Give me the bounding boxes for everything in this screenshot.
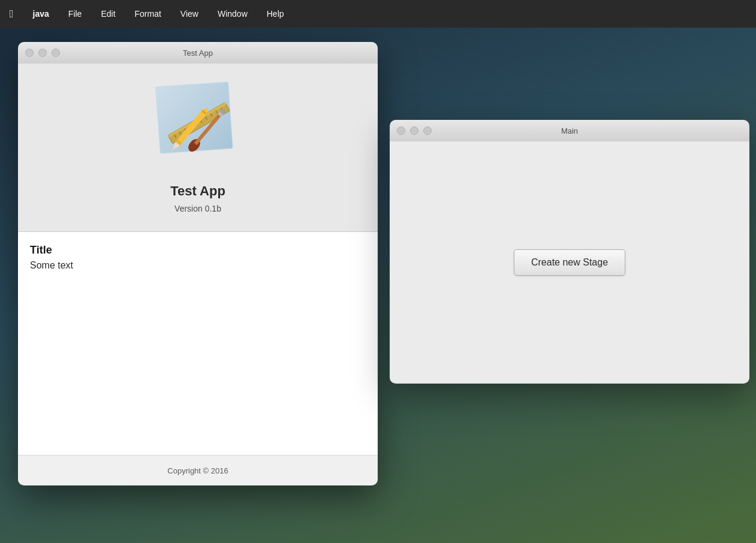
menu-file[interactable]: File — [65, 7, 86, 21]
menu-help[interactable]: Help — [263, 7, 288, 21]
create-stage-button[interactable]: Create new Stage — [514, 249, 625, 276]
main-close-button[interactable] — [397, 126, 405, 135]
menu-view[interactable]: View — [177, 7, 202, 21]
minimize-button[interactable] — [38, 49, 47, 57]
apple-logo-icon:  — [10, 8, 14, 20]
menubar:  java File Edit Format View Window Help — [0, 0, 756, 28]
main-window: Main Create new Stage — [390, 120, 749, 384]
testapp-content-section: Title Some text — [18, 232, 378, 455]
main-window-content: Create new Stage — [390, 141, 749, 384]
testapp-window-title: Test App — [183, 49, 213, 58]
menu-edit[interactable]: Edit — [97, 7, 119, 21]
menu-format[interactable]: Format — [131, 7, 165, 21]
copyright-text: Copyright © 2016 — [167, 466, 228, 475]
traffic-lights — [25, 49, 60, 57]
menu-window[interactable]: Window — [214, 7, 251, 21]
app-icon — [153, 82, 243, 171]
app-name-label: Test App — [170, 183, 225, 199]
testapp-titlebar: Test App — [18, 42, 378, 64]
main-titlebar: Main — [390, 120, 749, 141]
main-minimize-button[interactable] — [410, 126, 418, 135]
testapp-window: Test App — [18, 42, 378, 485]
menu-java[interactable]: java — [29, 7, 53, 21]
main-window-title: Main — [561, 126, 578, 135]
testapp-top-section: Test App Version 0.1b — [18, 64, 378, 232]
main-traffic-lights — [397, 126, 432, 135]
content-text: Some text — [30, 260, 366, 271]
close-button[interactable] — [25, 49, 34, 57]
maximize-button[interactable] — [52, 49, 60, 57]
copyright-section: Copyright © 2016 — [18, 455, 378, 485]
main-maximize-button[interactable] — [423, 126, 432, 135]
content-title: Title — [30, 244, 366, 257]
app-version-label: Version 0.1b — [174, 204, 221, 213]
